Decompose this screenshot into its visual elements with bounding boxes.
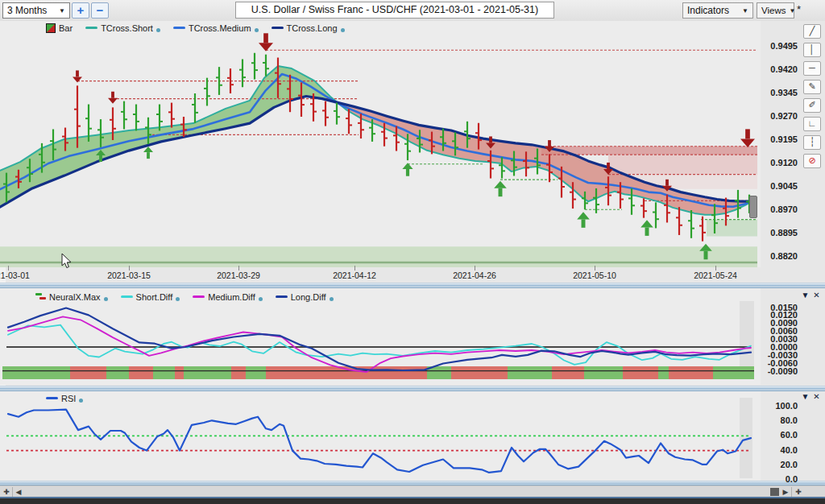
date-axis-label: 2021-04-12 xyxy=(325,271,383,280)
scrollbar-thumb[interactable] xyxy=(770,488,779,496)
legend-settings-dot[interactable] xyxy=(330,297,334,301)
legend-settings-dot[interactable] xyxy=(176,297,180,301)
bar-swatch-icon xyxy=(46,23,56,33)
chevron-down-icon: ▼ xyxy=(742,7,748,14)
vertical-line-tool[interactable]: │ xyxy=(803,43,821,57)
line-swatch-icon xyxy=(272,27,284,29)
rsi-axis-label: 0.0 xyxy=(759,474,798,484)
zoom-out-button[interactable]: − xyxy=(91,2,109,19)
line-swatch-icon xyxy=(193,295,205,298)
horizontal-scrollbar[interactable]: ✚ ◀ ▶ ✚ xyxy=(0,485,825,497)
line-swatch-icon xyxy=(85,27,97,29)
dotted-line-tool[interactable]: ┆ xyxy=(803,135,821,150)
legend-label: TCross.Medium xyxy=(189,23,251,33)
price-axis-scrollbar-thumb[interactable] xyxy=(749,196,757,218)
pan-right-button[interactable]: ✚ xyxy=(793,487,804,497)
price-axis-label: 0.9495 xyxy=(759,41,798,51)
rsi-legend-item[interactable]: RSI xyxy=(46,394,83,403)
rsi-chart[interactable] xyxy=(0,391,761,481)
oscillator-legend-item[interactable]: Long.Diff xyxy=(276,292,334,302)
period-select-value: 3 Months xyxy=(7,5,47,16)
price-axis-label: 0.9420 xyxy=(759,64,798,74)
price-legend-item[interactable]: Bar xyxy=(46,23,73,33)
angle-tool[interactable]: ∟ xyxy=(803,117,821,131)
rsi-axis-label: 20.0 xyxy=(759,460,798,469)
oscillator-axis-label: -0.0090 xyxy=(759,366,798,376)
pen-tool[interactable]: ✎ xyxy=(803,80,821,94)
date-axis-label: 2021-05-10 xyxy=(566,271,624,280)
price-axis-label: 0.9345 xyxy=(759,88,798,97)
zoom-in-button[interactable]: + xyxy=(72,2,89,19)
chevron-down-icon: ▼ xyxy=(59,7,65,14)
chevron-down-icon: ▼ xyxy=(789,7,795,14)
date-axis-label: 2021-03-29 xyxy=(209,271,267,280)
date-axis-label: 2021-04-26 xyxy=(446,271,504,280)
pan-left-button[interactable]: ✚ xyxy=(2,487,11,497)
chart-title: U.S. Dollar / Swiss Franc - USD/CHF (202… xyxy=(235,2,554,19)
legend-label: Short.Diff xyxy=(136,292,173,302)
oscillator-legend: NeuralX.MaxShort.DiffMedium.DiffLong.Dif… xyxy=(35,291,334,302)
legend-label: Bar xyxy=(59,23,73,33)
price-axis-label: 0.9270 xyxy=(759,111,798,121)
legend-label: RSI xyxy=(61,394,76,403)
legend-settings-dot[interactable] xyxy=(104,297,108,301)
rsi-axis-label: 60.0 xyxy=(759,430,798,440)
legend-settings-dot[interactable] xyxy=(341,28,345,32)
legend-settings-dot[interactable] xyxy=(79,399,83,403)
line-swatch-icon xyxy=(173,27,185,29)
line-swatch-icon xyxy=(46,397,58,399)
rsi-legend: RSI xyxy=(46,393,83,403)
rsi-close-button[interactable]: ✕ xyxy=(811,392,822,402)
trendline-tool[interactable]: ╱ xyxy=(803,24,821,39)
price-chart-legend: BarTCross.ShortTCross.MediumTCross.Long xyxy=(46,23,345,33)
legend-settings-dot[interactable] xyxy=(156,28,160,32)
oscillator-legend-item[interactable]: Medium.Diff xyxy=(193,292,262,302)
price-legend-item[interactable]: TCross.Long xyxy=(272,23,345,33)
date-axis-label: 2021-03-15 xyxy=(100,271,158,280)
price-legend-item[interactable]: TCross.Medium xyxy=(173,23,259,33)
divider xyxy=(791,487,792,497)
scroll-right-button[interactable]: ▶ xyxy=(781,487,790,497)
oscillator-collapse-button[interactable]: ▼ xyxy=(800,291,810,300)
legend-settings-dot[interactable] xyxy=(259,297,263,301)
oscillator-chart[interactable] xyxy=(0,288,761,385)
price-axis-label: 0.9195 xyxy=(759,134,798,144)
line-swatch-icon xyxy=(276,295,288,298)
indicators-select[interactable]: Indicators ▼ xyxy=(682,2,753,19)
price-axis-label: 0.9120 xyxy=(759,158,798,167)
period-select[interactable]: 3 Months ▼ xyxy=(2,2,70,19)
price-axis-label: 0.8820 xyxy=(759,251,798,261)
price-chart[interactable] xyxy=(0,21,761,267)
legend-settings-dot[interactable] xyxy=(255,28,259,32)
price-axis-label: 0.8970 xyxy=(759,204,798,214)
rsi-axis-label: 80.0 xyxy=(759,415,798,425)
legend-label: TCross.Long xyxy=(287,23,338,33)
line-swatch-icon xyxy=(121,295,133,298)
legend-label: Long.Diff xyxy=(291,292,326,302)
charting-app: 3 Months ▼ + − U.S. Dollar / Swiss Franc… xyxy=(0,0,825,504)
top-toolbar: 3 Months ▼ + − U.S. Dollar / Swiss Franc… xyxy=(0,0,825,21)
date-axis-label: 2021-05-24 xyxy=(686,271,744,280)
panel-separator[interactable] xyxy=(0,386,825,391)
divider xyxy=(12,487,13,497)
legend-label: NeuralX.Max xyxy=(49,292,101,302)
rsi-collapse-button[interactable]: ▼ xyxy=(800,392,810,402)
views-select-label: Views xyxy=(761,6,786,15)
oscillator-close-button[interactable]: ✕ xyxy=(811,291,822,300)
rsi-axis-label: 40.0 xyxy=(759,445,798,455)
legend-label: TCross.Short xyxy=(101,23,153,33)
views-select[interactable]: Views ▼ xyxy=(757,2,794,19)
panel-separator[interactable] xyxy=(0,283,825,288)
clear-drawings-tool[interactable]: ⊘ xyxy=(803,154,821,168)
rsi-axis-label: 100.0 xyxy=(759,401,798,411)
horizontal-line-tool[interactable]: ─ xyxy=(803,61,821,76)
scroll-left-button[interactable]: ◀ xyxy=(14,487,23,497)
oscillator-legend-item[interactable]: NeuralX.Max xyxy=(35,292,108,302)
bottom-bar xyxy=(0,498,825,504)
oscillator-legend-item[interactable]: Short.Diff xyxy=(121,292,180,302)
price-axis-label: 0.9045 xyxy=(759,181,798,191)
modified-marker: * xyxy=(797,3,801,15)
marker-tool[interactable]: ✐ xyxy=(803,98,821,113)
indicators-select-label: Indicators xyxy=(687,5,729,16)
price-legend-item[interactable]: TCross.Short xyxy=(85,23,160,33)
